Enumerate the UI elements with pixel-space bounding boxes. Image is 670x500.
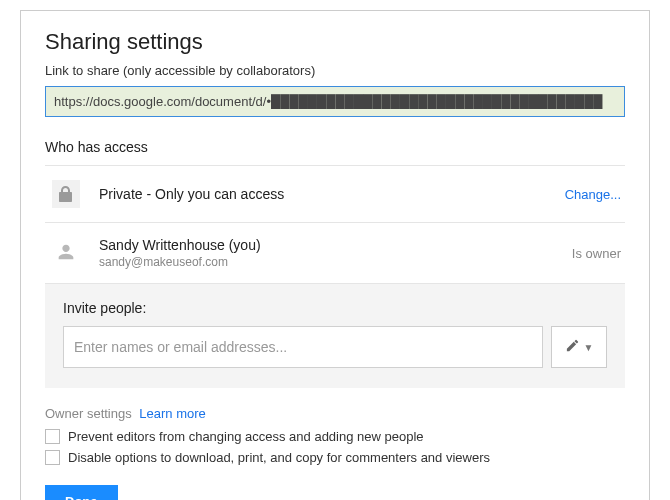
checkbox-row-prevent-editors[interactable]: Prevent editors from changing access and… bbox=[45, 429, 625, 444]
user-email: sandy@makeuseof.com bbox=[99, 255, 572, 269]
done-button[interactable]: Done bbox=[45, 485, 118, 500]
dialog-title: Sharing settings bbox=[45, 29, 625, 55]
user-icon-col bbox=[49, 241, 83, 266]
privacy-icon-col bbox=[49, 180, 83, 208]
checkbox-label: Prevent editors from changing access and… bbox=[68, 429, 424, 444]
owner-settings-label: Owner settings bbox=[45, 406, 132, 421]
user-row: Sandy Writtenhouse (you) sandy@makeuseof… bbox=[45, 223, 625, 284]
change-privacy-link[interactable]: Change... bbox=[565, 187, 621, 202]
person-icon bbox=[55, 241, 77, 266]
lock-icon bbox=[52, 180, 80, 208]
invite-label: Invite people: bbox=[63, 300, 607, 316]
share-link-input[interactable] bbox=[45, 86, 625, 117]
learn-more-link[interactable]: Learn more bbox=[139, 406, 205, 421]
permission-dropdown-button[interactable]: ▼ bbox=[551, 326, 607, 368]
pencil-icon bbox=[565, 338, 580, 356]
chevron-down-icon: ▼ bbox=[584, 342, 594, 353]
privacy-text: Private - Only you can access bbox=[99, 186, 565, 202]
invite-input[interactable] bbox=[63, 326, 543, 368]
checkbox-row-disable-download[interactable]: Disable options to download, print, and … bbox=[45, 450, 625, 465]
checkbox-label: Disable options to download, print, and … bbox=[68, 450, 490, 465]
who-has-access-heading: Who has access bbox=[45, 139, 625, 155]
privacy-row: Private - Only you can access Change... bbox=[45, 166, 625, 223]
owner-settings-section: Owner settings Learn more Prevent editor… bbox=[45, 406, 625, 465]
user-role-label: Is owner bbox=[572, 246, 621, 261]
sharing-settings-dialog: Sharing settings Link to share (only acc… bbox=[20, 10, 650, 500]
checkbox-disable-download[interactable] bbox=[45, 450, 60, 465]
checkbox-prevent-editors[interactable] bbox=[45, 429, 60, 444]
user-name: Sandy Writtenhouse (you) bbox=[99, 237, 572, 253]
invite-section: Invite people: ▼ bbox=[45, 284, 625, 388]
link-share-label: Link to share (only accessible by collab… bbox=[45, 63, 625, 78]
